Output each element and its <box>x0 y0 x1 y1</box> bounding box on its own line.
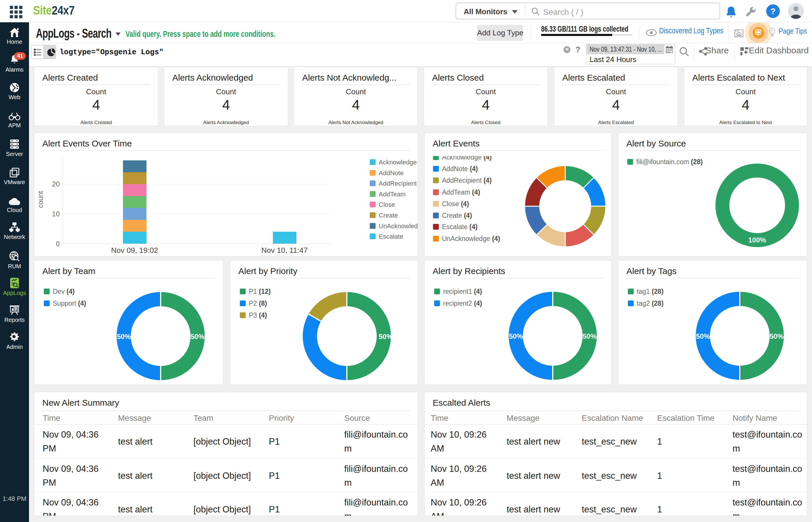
svg-text:count: count <box>37 191 44 208</box>
svg-text:20: 20 <box>52 180 60 188</box>
svg-text:10: 10 <box>52 210 60 218</box>
svg-text:0: 0 <box>56 240 60 248</box>
svg-text:Nov 10, 11:47: Nov 10, 11:47 <box>261 246 308 255</box>
svg-text:Nov 09, 19:02: Nov 09, 19:02 <box>111 246 158 255</box>
